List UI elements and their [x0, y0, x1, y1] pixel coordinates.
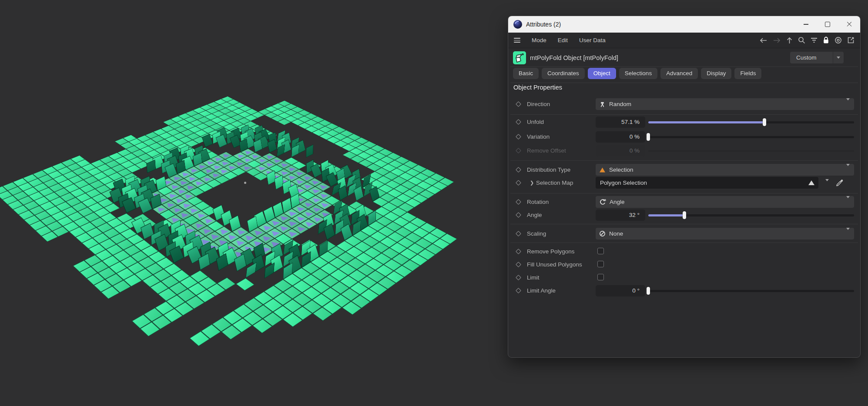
scaling-dropdown[interactable]: None [596, 228, 854, 240]
row-rotation: Rotation Angle [508, 196, 860, 209]
param-diamond-icon [516, 119, 521, 125]
unfold-slider[interactable] [648, 116, 854, 129]
chevron-down-icon [846, 166, 850, 174]
dropdown-value: None [609, 230, 623, 237]
preset-value: Custom [790, 52, 833, 63]
tab-bar: Basic Coordinates Object Selections Adva… [513, 68, 855, 80]
distribution-type-dropdown[interactable]: Selection [596, 164, 854, 176]
mesh-tile [66, 197, 82, 206]
mesh-tile [236, 278, 255, 291]
variation-value-field[interactable]: 0 % [596, 131, 645, 143]
polygon-selection-tag-icon [808, 180, 814, 185]
param-diamond-icon [516, 167, 521, 173]
row-limit: Limit [508, 271, 860, 284]
tab-display[interactable]: Display [701, 68, 731, 79]
variation-slider[interactable] [648, 130, 854, 143]
selected-polygon-marker [220, 153, 231, 158]
mesh-tile [100, 213, 117, 223]
angle-value-field[interactable]: 32 ° [596, 210, 645, 221]
slider-handle[interactable] [763, 118, 766, 126]
limit-checkbox[interactable] [597, 274, 604, 280]
row-distribution-type: Distribution Type Selection [508, 163, 860, 176]
menu-mode[interactable]: Mode [532, 37, 546, 43]
param-diamond-icon [516, 148, 521, 153]
fill-unused-polygons-checkbox[interactable] [597, 261, 604, 267]
close-icon [847, 22, 852, 27]
tab-fields[interactable]: Fields [734, 68, 761, 79]
tab-basic[interactable]: Basic [513, 68, 539, 79]
tab-selections[interactable]: Selections [619, 68, 657, 79]
param-label: Angle [527, 212, 542, 218]
selection-triangle-icon [599, 167, 606, 173]
minimize-icon [804, 24, 808, 24]
slider-handle[interactable] [647, 287, 650, 295]
dropdown-value: Selection [609, 166, 633, 173]
direction-dropdown[interactable]: Random [596, 98, 854, 110]
minimize-button[interactable] [795, 16, 817, 33]
menu-user-data[interactable]: User Data [579, 37, 606, 43]
selected-polygon-marker [317, 192, 329, 199]
angle-slider[interactable] [648, 209, 854, 222]
chevron-down-icon[interactable] [825, 181, 829, 189]
param-diamond-icon [516, 180, 521, 186]
screen: Attributes (2) Mode Edit User Data [0, 0, 868, 406]
selected-polygon-marker [225, 164, 237, 170]
divider [510, 114, 858, 115]
row-selection-map: ❯ Selection Map Polygon Selection [508, 176, 860, 190]
mesh-tile [400, 212, 417, 222]
param-diamond-icon [516, 262, 521, 267]
slider-handle[interactable] [647, 133, 650, 141]
lock-icon[interactable] [823, 37, 829, 44]
eyedropper-icon[interactable] [835, 178, 845, 189]
tab-advanced[interactable]: Advanced [660, 68, 698, 79]
param-diamond-icon [516, 199, 521, 205]
window-titlebar[interactable]: Attributes (2) [508, 16, 860, 33]
slider-handle[interactable] [683, 211, 686, 219]
tab-coordinates[interactable]: Coordinates [542, 68, 585, 79]
row-limit-angle: Limit Angle 0 ° [508, 284, 860, 297]
row-angle: Angle 32 ° [508, 209, 860, 222]
param-label: Rotation [527, 199, 549, 205]
param-diamond-icon [516, 212, 521, 218]
row-unfold: Unfold 57.1 % [508, 116, 860, 129]
limit-angle-slider[interactable] [648, 284, 854, 297]
param-label: Remove Polygons [527, 248, 575, 255]
menu-edit[interactable]: Edit [558, 37, 568, 43]
dropdown-value: Angle [610, 199, 625, 205]
none-icon [599, 230, 606, 237]
forward-arrow-icon[interactable] [773, 37, 781, 44]
expander-chevron-icon[interactable]: ❯ [530, 180, 534, 186]
param-diamond-icon [516, 275, 521, 280]
divider [510, 224, 858, 224]
rotation-dropdown[interactable]: Angle [596, 196, 854, 208]
mtpolyfold-object-icon [513, 51, 526, 64]
section-title: Object Properties [513, 84, 562, 91]
open-external-icon[interactable] [847, 37, 855, 44]
object-header: mtPolyFold Object [mtPolyFold] Custom [508, 50, 860, 66]
limit-angle-value-field[interactable]: 0 ° [596, 285, 645, 296]
search-icon[interactable] [798, 37, 805, 44]
mesh-tile [107, 218, 123, 228]
divider [510, 83, 858, 83]
row-variation: Variation 0 % [508, 130, 860, 143]
hamburger-menu-icon[interactable] [514, 38, 520, 43]
param-diamond-icon [516, 288, 521, 293]
tab-object[interactable]: Object [588, 68, 616, 79]
target-icon[interactable] [834, 37, 842, 44]
param-label: Limit [527, 274, 540, 281]
preset-dropdown[interactable]: Custom [790, 52, 844, 63]
filter-icon[interactable] [811, 37, 818, 43]
cinema4d-icon [513, 20, 522, 29]
polyfold-mesh [0, 86, 503, 406]
maximize-button[interactable] [817, 16, 838, 33]
mesh-tile [374, 206, 391, 216]
divider [510, 243, 858, 243]
up-arrow-icon[interactable] [786, 37, 793, 44]
close-button[interactable] [838, 16, 860, 33]
unfold-value-field[interactable]: 57.1 % [596, 116, 645, 128]
back-arrow-icon[interactable] [759, 37, 767, 44]
row-scaling: Scaling None [508, 227, 860, 240]
selection-map-field[interactable]: Polygon Selection [596, 177, 818, 189]
param-label: Scaling [527, 230, 546, 237]
remove-polygons-checkbox[interactable] [597, 248, 604, 254]
